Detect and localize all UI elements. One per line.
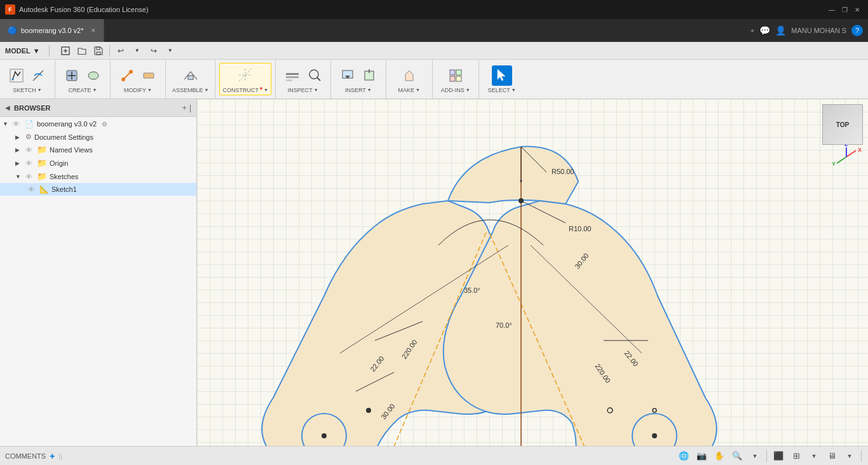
sep-1 [55, 60, 55, 98]
folder-icon-sketches: 📁 [37, 172, 47, 181]
open-button[interactable] [75, 44, 89, 58]
username: MANU MOHAN S [791, 27, 846, 34]
close-button[interactable]: ✕ [851, 4, 863, 15]
root-settings-icon[interactable]: ⚙ [102, 121, 107, 128]
minimize-button[interactable]: — [826, 4, 837, 15]
create-group[interactable]: CREATE ▼ [59, 64, 106, 95]
add-comment-button[interactable]: + [50, 451, 55, 461]
left-mid-point [366, 408, 371, 413]
assemble-label: ASSEMBLE ▼ [172, 87, 208, 93]
insert-label: INSERT ▼ [345, 87, 372, 93]
tree-item-named-views[interactable]: ▶ 👁 📁 Named Views [0, 143, 196, 156]
tree-expand-origin[interactable]: ▶ [15, 160, 23, 166]
tree-expand-named-views[interactable]: ▶ [15, 147, 23, 153]
svg-rect-20 [286, 79, 292, 81]
undo-button[interactable]: ↩ [114, 44, 128, 58]
inspect-group[interactable]: INSPECT ▼ [280, 64, 327, 95]
make-icon [399, 65, 419, 86]
undo-arrow[interactable]: ▼ [130, 44, 144, 58]
display-dropdown[interactable]: ▼ [842, 449, 857, 463]
model-arrow-icon: ▼ [33, 47, 40, 55]
display-button[interactable]: 🖥 [824, 449, 839, 463]
toolbar-icons: ↩ ▼ ↪ ▼ [58, 44, 177, 58]
sidebar-actions: + | [182, 104, 191, 112]
add-tab-button[interactable]: + [750, 27, 754, 34]
chat-icon[interactable]: 💬 [759, 25, 770, 36]
grid-button[interactable]: ⊞ [789, 449, 804, 463]
new-design-button[interactable] [58, 44, 72, 58]
tab-close-button[interactable]: ✕ [91, 27, 96, 34]
make-arrow-icon: ▼ [416, 88, 420, 92]
tree-item-root[interactable]: ▼ 👁 📄 boomerang v3.0 v2 ⚙ [0, 117, 196, 131]
tree-expand-doc-settings[interactable]: ▶ [15, 134, 23, 140]
assemble-arrow-icon: ▼ [205, 88, 209, 92]
sketch-group[interactable]: SKETCH ▼ [4, 64, 51, 95]
grid-dropdown[interactable]: ▼ [806, 449, 822, 463]
svg-line-22 [317, 78, 320, 81]
sep-2 [110, 60, 111, 98]
dim-35deg: 35.0° [464, 286, 480, 294]
tab-boomerang[interactable]: 🔵 boomerang v3.0 v2* ✕ [0, 19, 104, 42]
insert-group[interactable]: INSERT ▼ [335, 64, 382, 95]
nav-cube-container[interactable]: TOP X Y Z [812, 104, 863, 145]
help-button[interactable]: ? [851, 25, 863, 36]
tree-item-sketch1[interactable]: 👁 📐 Sketch1 [0, 183, 196, 196]
assemble-group[interactable]: ASSEMBLE ▼ [170, 64, 211, 95]
make-label: MAKE ▼ [398, 87, 420, 93]
make-group[interactable]: MAKE ▼ [390, 64, 428, 95]
sidebar-header: ◀ BROWSER + | [0, 99, 196, 117]
sketch-icons [6, 65, 48, 86]
sidebar-add-button[interactable]: + [182, 104, 187, 112]
addins-group[interactable]: ADD-INS ▼ [437, 64, 475, 95]
save-screenshot-button[interactable]: 📷 [694, 449, 709, 463]
tree-expand-sketches[interactable]: ▼ [15, 173, 23, 180]
left-30-leader [356, 372, 394, 391]
restore-button[interactable]: ❐ [839, 4, 850, 15]
select-group[interactable]: SELECT ▼ [483, 64, 521, 95]
modify-group[interactable]: MODIFY ▼ [114, 64, 161, 95]
svg-text:X: X [858, 147, 862, 153]
redo-arrow[interactable]: ▼ [163, 44, 177, 58]
visibility-icon-origin[interactable]: 👁 [25, 159, 34, 167]
sep-9 [478, 60, 479, 98]
tree-item-origin[interactable]: ▶ 👁 📁 Origin [0, 156, 196, 170]
orbit-button[interactable]: 🌐 [676, 449, 691, 463]
doc-settings-gear-icon: ⚙ [25, 133, 32, 141]
dim-220-right: 220.00 [593, 362, 612, 384]
construct-label: CONSTRUCT * ▼ [222, 86, 268, 93]
sep-3 [165, 60, 166, 98]
pan-button[interactable]: ✋ [712, 449, 727, 463]
nav-cube[interactable]: TOP X Y Z [822, 104, 863, 145]
redo-button[interactable]: ↪ [147, 44, 161, 58]
tree-root-label: boomerang v3.0 v2 [37, 120, 97, 128]
tree-item-sketches[interactable]: ▼ 👁 📁 Sketches [0, 170, 196, 183]
app-title: Autodesk Fusion 360 (Education License) [19, 6, 149, 13]
tree-origin-label: Origin [50, 159, 68, 167]
bottombar: COMMENTS + || 🌐 📷 ✋ 🔍 ▼ ⬛ ⊞ ▼ 🖥 ▼ [0, 446, 868, 465]
construct-group[interactable]: CONSTRUCT * ▼ [219, 63, 271, 95]
view-cube-button[interactable]: ⬛ [771, 449, 786, 463]
visibility-icon-root[interactable]: 👁 [13, 120, 22, 128]
svg-point-21 [309, 70, 318, 79]
visibility-icon-sketches[interactable]: 👁 [25, 173, 34, 180]
create-label-text: CREATE [69, 87, 92, 93]
zoom-dropdown[interactable]: ▼ [747, 449, 763, 463]
visibility-icon-named-views[interactable]: 👁 [25, 146, 34, 154]
left-220-leader [340, 245, 508, 353]
insert-secondary-icon [359, 65, 379, 86]
create-icon [62, 65, 82, 86]
sidebar-collapse-button[interactable]: ◀ [5, 104, 10, 111]
zoom-button[interactable]: 🔍 [729, 449, 745, 463]
visibility-icon-sketch1[interactable]: 👁 [28, 185, 37, 193]
save-button[interactable] [92, 44, 105, 58]
tree-expand-root[interactable]: ▼ [3, 121, 10, 127]
addins-arrow-icon: ▼ [466, 88, 470, 92]
centerline-right [489, 232, 591, 446]
tree-item-doc-settings[interactable]: ▶ ⚙ Document Settings [0, 131, 196, 143]
svg-rect-13 [144, 73, 154, 78]
viewport[interactable]: R50.00 R10.00 35.0° 70.0° 30.00 22.00 22… [197, 99, 868, 446]
modify-label-text: MODIFY [124, 87, 146, 93]
insert-arrow-icon: ▼ [367, 88, 372, 92]
model-dropdown-button[interactable]: MODEL ▼ [5, 47, 40, 55]
svg-rect-28 [456, 70, 461, 75]
